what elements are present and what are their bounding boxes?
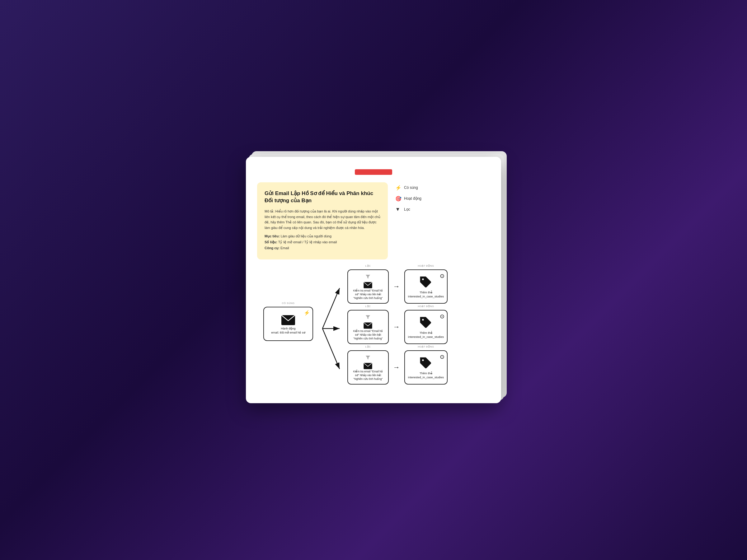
action-legend-label: Hoạt động	[404, 196, 421, 201]
trigger-column: CÓ SÚNG ⚡ Hành động email. Đã mở email h…	[257, 269, 319, 341]
target-badge-icon-2: ⊙	[440, 313, 444, 320]
tag-icon-2	[419, 316, 433, 329]
arrows-container	[319, 269, 344, 388]
filter-text-1: Kiểm tra email "Email hồ sơ" Nhấp vào li…	[351, 289, 385, 300]
tool-line: Công cụ: Email	[264, 246, 380, 250]
filter-node-2[interactable]: LỌC Kiểm tra email "Email hồ sơ" Nhấp và…	[347, 310, 389, 344]
yellow-card: Gửi Email Lập Hồ Sơ để Hiểu và Phân khúc…	[257, 182, 388, 260]
filter-node-1[interactable]: LỌC Kiểm tra email "Email	[347, 269, 389, 304]
trigger-text: Hành động email. Đã mở email hồ sơ	[271, 326, 305, 335]
trigger-envelope-icon	[281, 314, 296, 326]
metrics-label: Số liệu:	[264, 240, 277, 244]
filter-envelope-icon-1	[361, 281, 375, 289]
action-text-2: Thêm thẻ interested_in_case_studies	[408, 331, 444, 339]
metrics-value: Tỷ lệ mở email / Tỷ lệ nhấp vào email	[278, 240, 337, 244]
action-text-1: Thêm thẻ interested_in_case_studies	[408, 290, 444, 299]
svg-point-6	[422, 278, 424, 280]
svg-line-3	[323, 328, 340, 369]
filter-text-3: Kiểm tra email "Email hồ sơ" Nhấp vào li…	[351, 370, 385, 381]
bolt-icon: ⚡	[395, 185, 402, 191]
filter-action-pair-1: LỌC Kiểm tra email "Email	[347, 269, 447, 304]
page-container: Gửi Email Lập Hồ Sơ để Hiểu và Phân khúc…	[246, 157, 501, 403]
svg-point-10	[422, 359, 424, 361]
arrow-1: →	[389, 283, 404, 291]
branch-row-1: LỌC Kiểm tra email "Email	[347, 269, 490, 304]
target-badge-icon-3: ⊙	[440, 353, 444, 360]
action-node-2[interactable]: HOẠT ĐỘNG ⊙ Thêm thẻ interested_in_case_…	[404, 310, 447, 344]
filter-legend-label: Lọc	[404, 207, 410, 212]
action-node-1[interactable]: HOẠT ĐỘNG ⊙ Thêm thẻ inte	[404, 269, 447, 304]
header-section: Gửi Email Lập Hồ Sơ để Hiểu và Phân khúc…	[257, 182, 490, 260]
goal-label: Mục tiêu:	[264, 234, 280, 238]
filter-envelope-icon-2	[361, 322, 375, 329]
description-text: Mô tả: Hiểu rõ hơn đối tượng của bạn là …	[264, 209, 380, 231]
branches-column: LỌC Kiểm tra email "Email	[344, 269, 490, 384]
tag-icon-1	[419, 275, 433, 289]
arrow-3: →	[389, 364, 404, 371]
trigger-node[interactable]: CÓ SÚNG ⚡ Hành động email. Đã mở email h…	[263, 307, 313, 341]
legend-trigger: ⚡ Có súng	[395, 185, 490, 191]
sidebar-legend: ⚡ Có súng 🎯 Hoạt động ▼ Lọc	[395, 182, 490, 260]
filter-funnel-icon-2	[364, 314, 372, 320]
page-title: Gửi Email Lập Hồ Sơ để Hiểu và Phân khúc…	[264, 190, 380, 205]
action-text-3: Thêm thẻ interested_in_case_studies	[408, 371, 444, 379]
action-label-2: HOẠT ĐỘNG	[418, 305, 434, 308]
target-icon: 🎯	[395, 196, 402, 202]
filter-label-3: LỌC	[365, 345, 371, 348]
legend-action: 🎯 Hoạt động	[395, 196, 490, 202]
branch-row-3: LỌC Kiểm tra email "Email hồ sơ" Nhấp và…	[347, 350, 490, 384]
flow-main: CÓ SÚNG ⚡ Hành động email. Đã mở email h…	[257, 269, 490, 388]
filter-icon: ▼	[395, 207, 402, 212]
trigger-section-label: CÓ SÚNG	[282, 302, 295, 304]
filter-action-pair-2: LỌC Kiểm tra email "Email hồ sơ" Nhấp và…	[347, 310, 447, 344]
filter-label-1: LỌC	[365, 264, 371, 267]
target-badge-icon-1: ⊙	[440, 272, 444, 279]
trigger-legend-label: Có súng	[404, 185, 418, 190]
filter-funnel-icon-3	[364, 355, 372, 361]
action-node-3[interactable]: HOẠT ĐỘNG ⊙ Thêm thẻ interested_in_case_…	[404, 350, 447, 384]
filter-envelope-icon-3	[361, 362, 375, 370]
red-tab	[355, 169, 392, 175]
action-label-3: HOẠT ĐỘNG	[418, 345, 434, 348]
main-page: Gửi Email Lập Hồ Sơ để Hiểu và Phân khúc…	[246, 157, 501, 403]
goal-value: Làm giàu dữ liệu của người dùng	[281, 234, 332, 238]
tag-icon-3	[419, 356, 433, 370]
bolt-badge-icon: ⚡	[304, 310, 310, 316]
arrow-2: →	[389, 323, 404, 331]
action-label-1: HOẠT ĐỘNG	[418, 264, 434, 267]
filter-node-3[interactable]: LỌC Kiểm tra email "Email hồ sơ" Nhấp và…	[347, 350, 389, 384]
filter-action-pair-3: LỌC Kiểm tra email "Email hồ sơ" Nhấp và…	[347, 350, 447, 384]
svg-line-1	[323, 288, 340, 328]
svg-point-8	[422, 319, 424, 321]
filter-text-2: Kiểm tra email "Email hồ sơ" Nhấp vào li…	[351, 329, 385, 341]
filter-label-2: LỌC	[365, 305, 371, 308]
metrics-line: Số liệu: Tỷ lệ mở email / Tỷ lệ nhấp vào…	[264, 240, 380, 244]
tool-label: Công cụ:	[264, 246, 280, 250]
diagonal-arrows-svg	[319, 269, 344, 388]
legend-filter: ▼ Lọc	[395, 207, 490, 212]
tool-value: Email	[280, 246, 289, 250]
flow-section: CÓ SÚNG ⚡ Hành động email. Đã mở email h…	[257, 269, 490, 388]
branch-row-2: LỌC Kiểm tra email "Email hồ sơ" Nhấp và…	[347, 310, 490, 344]
filter-funnel-icon-1	[364, 274, 372, 280]
goal-line: Mục tiêu: Làm giàu dữ liệu của người dùn…	[264, 234, 380, 238]
